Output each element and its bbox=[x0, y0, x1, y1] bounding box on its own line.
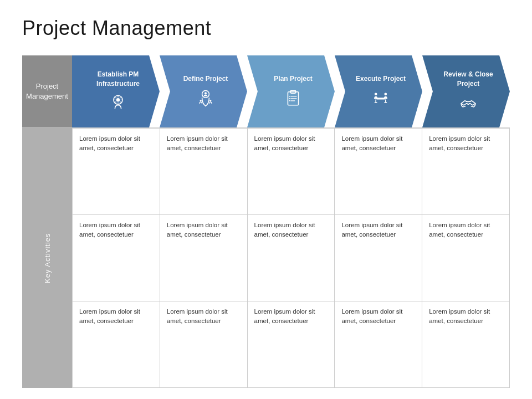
handshake-icon bbox=[459, 94, 477, 115]
svg-line-9 bbox=[116, 101, 116, 102]
phase-label-5: Review & Close Project bbox=[432, 70, 504, 88]
checklist-icon bbox=[284, 89, 302, 111]
cell-3-5: Lorem ipsum dolor sit amet, consectetuer bbox=[422, 301, 510, 387]
svg-point-13 bbox=[209, 100, 211, 101]
svg-line-6 bbox=[116, 97, 116, 98]
cell-2-4: Lorem ipsum dolor sit amet, consectetuer bbox=[334, 215, 422, 301]
cell-2-5: Lorem ipsum dolor sit amet, consectetuer bbox=[422, 215, 510, 301]
phase-execute: Execute Project bbox=[335, 55, 422, 127]
phase-label-2: Define Project bbox=[183, 74, 228, 83]
arrow-shape-3: Plan Project bbox=[247, 55, 335, 127]
arrow-shape-4: Execute Project bbox=[335, 55, 422, 127]
phase-label-4: Execute Project bbox=[356, 74, 406, 83]
cell-3-4: Lorem ipsum dolor sit amet, consectetuer bbox=[334, 301, 422, 387]
svg-line-7 bbox=[120, 101, 120, 102]
ka-label: Key Activities bbox=[22, 128, 72, 388]
pm-label: Project Management bbox=[22, 55, 72, 127]
svg-point-11 bbox=[204, 92, 207, 94]
svg-point-1 bbox=[116, 98, 120, 101]
cell-1-1: Lorem ipsum dolor sit amet, consectetuer bbox=[72, 129, 160, 214]
meeting-icon bbox=[372, 89, 390, 111]
cell-1-2: Lorem ipsum dolor sit amet, consectetuer bbox=[160, 129, 247, 214]
cell-2-3: Lorem ipsum dolor sit amet, consectetuer bbox=[247, 215, 335, 301]
phase-establish: Establish PM Infrastructure bbox=[72, 55, 160, 127]
svg-point-12 bbox=[200, 100, 202, 101]
arrow-shape-5: Review & Close Project bbox=[422, 55, 510, 127]
gear-head-icon bbox=[109, 94, 127, 115]
arrow-shape-2: Define Project bbox=[160, 55, 247, 127]
cell-3-3: Lorem ipsum dolor sit amet, consectetuer bbox=[247, 301, 335, 387]
grid-row-2: Lorem ipsum dolor sit amet, consectetuer… bbox=[72, 214, 510, 301]
grid-row-3: Lorem ipsum dolor sit amet, consectetuer… bbox=[72, 301, 510, 388]
cell-2-2: Lorem ipsum dolor sit amet, consectetuer bbox=[160, 215, 247, 301]
diagram-section: Project Management Establish PM Infrastr… bbox=[22, 55, 510, 127]
cell-1-3: Lorem ipsum dolor sit amet, consectetuer bbox=[247, 129, 335, 214]
svg-point-24 bbox=[384, 93, 387, 95]
svg-point-23 bbox=[375, 93, 377, 95]
svg-rect-22 bbox=[376, 98, 385, 99]
cell-3-2: Lorem ipsum dolor sit amet, consectetuer bbox=[160, 301, 247, 387]
phase-label-1: Establish PM Infrastructure bbox=[82, 70, 154, 88]
cell-2-1: Lorem ipsum dolor sit amet, consectetuer bbox=[72, 215, 160, 301]
grid-row-1: Lorem ipsum dolor sit amet, consectetuer… bbox=[72, 128, 510, 214]
phase-define: Define Project bbox=[160, 55, 247, 127]
arrows-row: Establish PM Infrastructure bbox=[72, 55, 510, 127]
people-pin-icon bbox=[197, 89, 214, 111]
grid-container: Lorem ipsum dolor sit amet, consectetuer… bbox=[72, 128, 510, 388]
cell-1-4: Lorem ipsum dolor sit amet, consectetuer bbox=[334, 129, 422, 214]
page-container: Project Management Project Management Es… bbox=[0, 0, 532, 399]
arrow-shape-1: Establish PM Infrastructure bbox=[72, 55, 160, 127]
page-title: Project Management bbox=[22, 17, 510, 40]
table-section: Key Activities Lorem ipsum dolor sit ame… bbox=[22, 128, 510, 388]
cell-3-1: Lorem ipsum dolor sit amet, consectetuer bbox=[72, 301, 160, 387]
svg-line-8 bbox=[120, 97, 120, 98]
phase-review: Review & Close Project bbox=[422, 55, 510, 127]
phase-plan: Plan Project bbox=[247, 55, 335, 127]
phase-label-3: Plan Project bbox=[274, 74, 312, 83]
cell-1-5: Lorem ipsum dolor sit amet, consectetuer bbox=[422, 129, 510, 214]
